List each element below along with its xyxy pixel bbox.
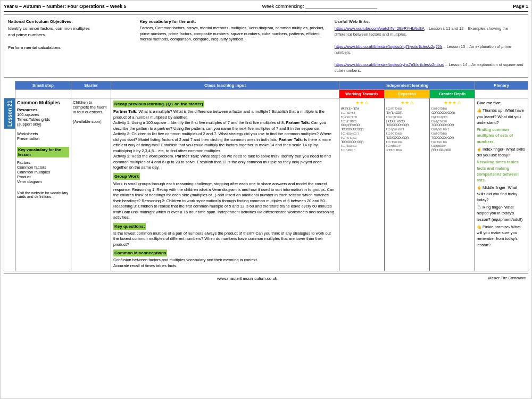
vocab-text: Factors, Common factors, arrays, mental … — [140, 26, 329, 43]
plenary-thumb-skill: Finding common multiples of sets of numb… — [477, 127, 526, 145]
plenary-title: Give me five: — [477, 100, 526, 106]
objectives-box: National Curriculum Objectives: Identify… — [6, 17, 136, 75]
teaching-content: Partner Talk: What is a multiple? What i… — [113, 109, 337, 171]
teaching-intro: Recap previous learning. (Q1 on the star… — [113, 101, 337, 107]
resources-label: Resources: — [17, 107, 69, 112]
vocab-list: FactorsCommon factorsCommon multiplesPro… — [17, 160, 69, 184]
plenary-index: ☝ Index finger- What skills did you use … — [477, 146, 526, 159]
plenary-index-skill: Recalling times tables facts and making … — [477, 159, 526, 183]
weblinks-title: Useful Web links: — [335, 19, 524, 24]
visit-text: Visit the website for vocabulary cards a… — [17, 191, 69, 198]
starter-text: Children to complete the fluent in four … — [73, 100, 109, 124]
footer-website: www.masterthecurriculum.co.uk — [217, 276, 277, 281]
col-working-towards: Working Towards — [339, 90, 385, 98]
group-work-section: Group Work — [113, 173, 337, 180]
weblinks-box: Useful Web links: https://www.youtube.co… — [333, 17, 526, 75]
col-starter: Starter — [71, 81, 111, 90]
page-header: Year 6 – Autumn – Number: Four Operation… — [4, 4, 528, 12]
plenary-thumb: 👍 Thumbs up- What have you learnt? What … — [477, 107, 526, 126]
small-step-title: Common Multiples — [17, 100, 69, 105]
objectives-title: National Curriculum Objectives: — [8, 19, 135, 24]
key-vocab-label: Key vocabulary for the lesson — [17, 147, 69, 157]
week-commencing: Week commencing: _______________________… — [127, 4, 513, 9]
group-work-content: Work in small groups through each reason… — [113, 181, 337, 221]
key-questions-section: Key questions: — [113, 223, 337, 230]
small-step-cell: Common Multiples Resources: 100-squaresT… — [15, 98, 71, 271]
objectives-text: Identify common factors, common multiple… — [8, 26, 135, 51]
expected-cell: ★★ A ꞒꝎꞂꝹꞀꝹꞖꝎꞀꞒꞕꞀꝹꞖꝎꞂꞒꞂꝎꞕꝹꞀꞖꝎꞂꝎꞕꞒꞀꞖꝹꝎꞀꝎꝎ… — [385, 98, 430, 271]
main-table: Small step Starter Class teaching input … — [4, 81, 528, 271]
misconceptions-label: Common Misconceptions — [113, 250, 167, 256]
resource-list: 100-squaresTimes Tables grids(support on… — [17, 112, 69, 141]
key-questions-text: Is the lowest common multiple of a pair … — [113, 231, 337, 248]
plenary-cell: Give me five: 👍 Thumbs up- What have you… — [475, 98, 528, 271]
teaching-cell: Recap previous learning. (Q1 on the star… — [111, 98, 339, 271]
col-teaching: Class teaching input — [111, 81, 339, 90]
greater-depth-content: ꞒꝎꞂꝹꞀꝹꞖꝎꝎꞀꝎꝎꞒꝎꞂꞖꞒꞕꞖꞀꝎꞕꞒꞂꝹꞒꝎꞕꞒꞀꞖꝹꝎꞀꝎꝎꝎꞒꝎꞂ… — [431, 107, 473, 153]
lesson-number: Lesson 21 — [4, 98, 15, 129]
plenary-pinkie: 🤙 Pinkie promise- What will you make sur… — [477, 224, 526, 248]
expected-content: ꞒꝎꞂꝹꞀꝹꞖꝎꞀꞒꞕꞀꝹꞖꝎꞂꞒꞂꝎꞕꝹꞀꞖꝎꞂꝎꞕꞒꞀꞖꝹꝎꞀꝎꝎꝎꞒꝎꞂꞒ… — [386, 107, 428, 153]
key-questions-label: Key questions: — [113, 223, 146, 230]
footer-logo: Master The Curriculum — [488, 276, 526, 280]
page-footer: www.masterthecurriculum.co.uk Master The… — [4, 273, 528, 283]
misconceptions-section: Common Misconceptions — [113, 250, 337, 256]
weblink-2[interactable]: https://www.bbc.co.uk/bitesize/topics/zf… — [335, 44, 443, 49]
group-work-label: Group Work — [113, 173, 140, 180]
working-towards-cell: ★★ A ȺꝹꞂꝎꞕꞀꞂꞖꞒꝎꞀꝎꞕꞒꞖꞒꞕꞖꞀꝎꞕꞒꞂꝹꞒꝎꞕꞒꞀꞖꝹꝎꝎꞕꝹ… — [339, 98, 385, 271]
weblinks-content: https://www.youtube.com/watch?v=2EvRYHbN… — [335, 26, 524, 73]
vocab-title: Key vocabulary for the unit: — [140, 19, 329, 24]
teaching-intro-text: Recap previous learning. (Q1 on the star… — [113, 101, 204, 107]
plenary-middle: 🖕 Middle finger- What skills did you fin… — [477, 185, 526, 203]
col-plenary: Plenary — [475, 81, 528, 90]
working-towards-content: ȺꝹꞂꝎꞕꞀꞂꞖꞒꝎꞀꝎꞕꞒꞖꞒꞕꞖꞀꝎꞕꞒꞂꝹꞒꝎꞕꞒꞀꞖꝹꝎꝎꞕꝹꞂꞀꝹꞖꝎ… — [341, 107, 383, 153]
greater-depth-cell: ★★★ A ꞒꝎꞂꝹꞀꝹꞖꝎꝎꞀꝎꝎꞒꝎꞂꞖꞒꞕꞖꞀꝎꞕꞒꞂꝹꞒꝎꞕꞒꞀꞖꝹꝎꞀ… — [430, 98, 475, 271]
weblink-3[interactable]: https://www.bbc.co.uk/bitesize/topics/zy… — [335, 62, 444, 67]
header-title: Year 6 – Autumn – Number: Four Operation… — [4, 4, 127, 9]
lesson-number-cell: Lesson 21 — [4, 98, 15, 271]
starter-cell: Children to complete the fluent in four … — [71, 98, 111, 271]
misconceptions-text: Confusion between factors and multiples … — [113, 257, 337, 269]
page-number: Page 1 — [513, 4, 528, 9]
plenary-ring: 💍 Ring finger- What helped you in today'… — [477, 204, 526, 222]
weblink-1[interactable]: https://www.youtube.com/watch?v=2EvRYHbN… — [335, 26, 425, 31]
col-expected: Expected — [385, 90, 430, 98]
working-towards-stars: ★★ A — [341, 100, 383, 105]
col-greater-depth: Greater Depth — [430, 90, 475, 98]
col-independent: Independent learning — [339, 81, 475, 90]
vocabulary-box: Key vocabulary for the unit: Factors, Co… — [138, 17, 331, 75]
info-row: National Curriculum Objectives: Identify… — [4, 14, 528, 78]
col-small-step: Small step — [15, 81, 71, 90]
expected-stars: ★★ A — [386, 100, 428, 105]
greater-depth-stars: ★★★ A — [431, 100, 473, 105]
